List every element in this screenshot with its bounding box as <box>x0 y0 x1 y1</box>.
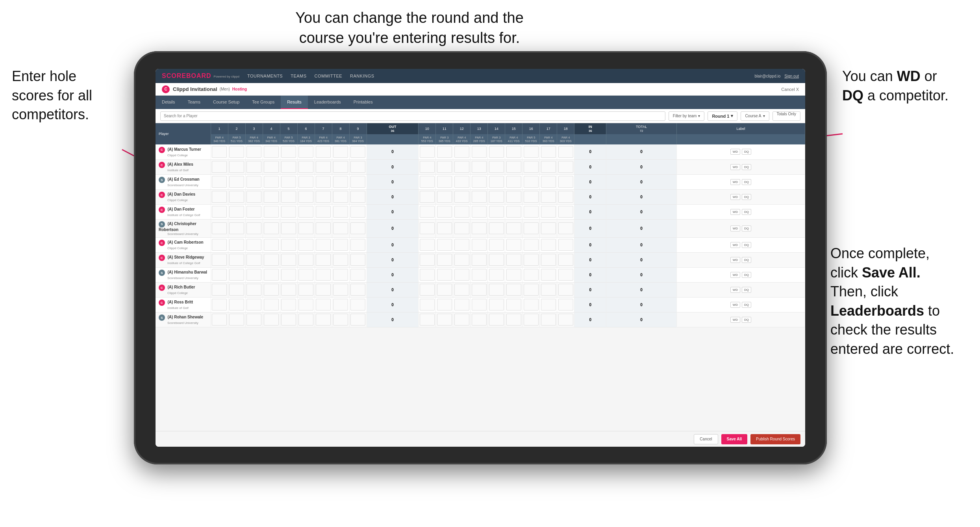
hole-18-score-p9[interactable] <box>557 282 574 297</box>
hole-15-score-p4[interactable] <box>505 204 522 219</box>
score-input-h8-p3[interactable] <box>333 191 348 203</box>
score-input-h3-p6[interactable] <box>246 239 261 251</box>
score-input-h14-p4[interactable] <box>489 206 504 218</box>
hole-6-score-p0[interactable] <box>297 144 315 159</box>
score-input-h2-p1[interactable] <box>229 161 244 173</box>
score-input-h4-p7[interactable] <box>264 254 279 266</box>
score-input-h11-p1[interactable] <box>437 161 452 173</box>
hole-4-score-p3[interactable] <box>263 189 280 204</box>
score-input-h7-p7[interactable] <box>316 254 331 266</box>
hole-11-score-p8[interactable] <box>436 267 453 282</box>
score-input-h3-p10[interactable] <box>246 299 261 311</box>
course-selector[interactable]: Course A ▾ <box>741 111 769 121</box>
hole-14-score-p11[interactable] <box>488 312 505 327</box>
score-input-h13-p3[interactable] <box>472 191 487 203</box>
hole-15-score-p7[interactable] <box>505 252 522 267</box>
score-input-h6-p5[interactable] <box>298 222 313 234</box>
score-input-h2-p0[interactable] <box>229 146 244 158</box>
score-input-h1-p1[interactable] <box>212 161 227 173</box>
tab-tee-groups[interactable]: Tee Groups <box>246 96 281 109</box>
hole-14-score-p10[interactable] <box>488 297 505 312</box>
hole-9-score-p1[interactable] <box>349 159 367 174</box>
score-input-h18-p5[interactable] <box>558 222 573 234</box>
hole-11-score-p3[interactable] <box>436 189 453 204</box>
hole-11-score-p10[interactable] <box>436 297 453 312</box>
score-input-h10-p5[interactable] <box>420 222 435 234</box>
cancel-tournament-btn[interactable]: Cancel X <box>781 87 799 92</box>
score-input-h14-p5[interactable] <box>489 222 504 234</box>
score-input-h9-p6[interactable] <box>350 239 365 251</box>
score-input-h10-p8[interactable] <box>420 269 435 281</box>
hole-11-score-p2[interactable] <box>436 174 453 189</box>
hole-12-score-p8[interactable] <box>453 267 471 282</box>
score-input-h8-p0[interactable] <box>333 146 348 158</box>
score-input-h10-p2[interactable] <box>420 176 435 188</box>
score-input-h7-p4[interactable] <box>316 206 331 218</box>
score-input-h5-p8[interactable] <box>281 269 296 281</box>
score-input-h6-p2[interactable] <box>298 176 313 188</box>
hole-17-score-p1[interactable] <box>540 159 557 174</box>
score-input-h9-p7[interactable] <box>350 254 365 266</box>
score-input-h13-p11[interactable] <box>472 314 487 325</box>
hole-16-score-p7[interactable] <box>522 252 540 267</box>
score-input-h4-p2[interactable] <box>264 176 279 188</box>
hole-16-score-p4[interactable] <box>522 204 540 219</box>
hole-18-score-p0[interactable] <box>557 144 574 159</box>
score-input-h3-p8[interactable] <box>246 269 261 281</box>
score-input-h10-p7[interactable] <box>420 254 435 266</box>
score-input-h12-p1[interactable] <box>454 161 469 173</box>
score-input-h8-p10[interactable] <box>333 299 348 311</box>
hole-17-score-p11[interactable] <box>540 312 557 327</box>
hole-2-score-p8[interactable] <box>228 267 245 282</box>
score-input-h17-p0[interactable] <box>541 146 556 158</box>
score-input-h9-p9[interactable] <box>350 284 365 296</box>
score-input-h15-p10[interactable] <box>506 299 521 311</box>
score-input-h14-p11[interactable] <box>489 314 504 325</box>
score-input-h11-p5[interactable] <box>437 222 452 234</box>
tab-teams[interactable]: Teams <box>182 96 207 109</box>
score-input-h2-p2[interactable] <box>229 176 244 188</box>
score-input-h10-p10[interactable] <box>420 299 435 311</box>
score-input-h14-p7[interactable] <box>489 254 504 266</box>
hole-3-score-p10[interactable] <box>245 297 263 312</box>
score-input-h10-p0[interactable] <box>420 146 435 158</box>
hole-16-score-p0[interactable] <box>522 144 540 159</box>
score-input-h8-p2[interactable] <box>333 176 348 188</box>
score-input-h1-p7[interactable] <box>212 254 227 266</box>
hole-18-score-p7[interactable] <box>557 252 574 267</box>
score-input-h8-p1[interactable] <box>333 161 348 173</box>
hole-2-score-p6[interactable] <box>228 237 245 252</box>
score-input-h12-p3[interactable] <box>454 191 469 203</box>
wd-button[interactable]: WD <box>730 179 740 185</box>
score-input-h18-p10[interactable] <box>558 299 573 311</box>
nav-committee[interactable]: COMMITTEE <box>315 74 343 78</box>
score-input-h17-p6[interactable] <box>541 239 556 251</box>
hole-13-score-p8[interactable] <box>471 267 488 282</box>
score-input-h3-p7[interactable] <box>246 254 261 266</box>
score-input-h12-p2[interactable] <box>454 176 469 188</box>
hole-1-score-p7[interactable] <box>211 252 228 267</box>
hole-16-score-p1[interactable] <box>522 159 540 174</box>
hole-4-score-p2[interactable] <box>263 174 280 189</box>
hole-16-score-p8[interactable] <box>522 267 540 282</box>
hole-13-score-p3[interactable] <box>471 189 488 204</box>
hole-14-score-p1[interactable] <box>488 159 505 174</box>
score-input-h5-p1[interactable] <box>281 161 296 173</box>
hole-12-score-p4[interactable] <box>453 204 471 219</box>
wd-button[interactable]: WD <box>730 164 740 170</box>
score-input-h11-p6[interactable] <box>437 239 452 251</box>
score-input-h5-p7[interactable] <box>281 254 296 266</box>
dq-button[interactable]: DQ <box>742 317 751 323</box>
hole-12-score-p11[interactable] <box>453 312 471 327</box>
hole-1-score-p2[interactable] <box>211 174 228 189</box>
hole-7-score-p1[interactable] <box>315 159 332 174</box>
score-input-h4-p8[interactable] <box>264 269 279 281</box>
dq-button[interactable]: DQ <box>742 179 751 185</box>
hole-9-score-p0[interactable] <box>349 144 367 159</box>
hole-1-score-p3[interactable] <box>211 189 228 204</box>
hole-2-score-p0[interactable] <box>228 144 245 159</box>
score-input-h4-p11[interactable] <box>264 314 279 325</box>
hole-4-score-p4[interactable] <box>263 204 280 219</box>
hole-6-score-p7[interactable] <box>297 252 315 267</box>
hole-6-score-p3[interactable] <box>297 189 315 204</box>
